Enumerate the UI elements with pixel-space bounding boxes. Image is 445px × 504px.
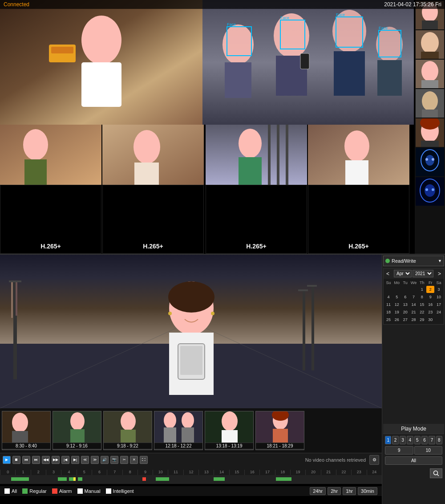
year-select[interactable]: 2021 — [413, 270, 433, 277]
camera-6-feed[interactable] — [308, 125, 409, 185]
camera-5-feed[interactable] — [206, 125, 307, 185]
playback-thumb-5[interactable]: 13:18 - 13:19 — [205, 411, 254, 450]
audio-button[interactable]: 🔊 — [101, 456, 109, 464]
camera-1-feed[interactable] — [0, 0, 202, 125]
playback-thumb-6[interactable]: 18:21 - 18:29 — [255, 411, 304, 450]
cal-day-22[interactable]: 22 — [418, 309, 426, 316]
fast-forward-button[interactable]: ▶▶ — [52, 456, 60, 464]
all-checkbox[interactable] — [4, 488, 10, 494]
cal-day-16[interactable]: 16 — [426, 301, 434, 308]
face-thumb-3[interactable] — [416, 60, 444, 88]
calendar-grid: Su Mo Tu We Th Fr Sa 1 2 3 — [384, 279, 444, 324]
play-mode-btn-9[interactable]: 9 — [385, 446, 413, 455]
play-mode-btn-8[interactable]: 8 — [436, 436, 442, 444]
cal-day-8[interactable]: 8 — [418, 293, 426, 301]
legend-all[interactable]: All — [4, 488, 17, 494]
face-thumb-2[interactable] — [416, 30, 444, 59]
cal-day-9[interactable]: 9 — [426, 293, 434, 301]
play-mode-btn-7[interactable]: 7 — [429, 436, 435, 444]
calendar-prev-button[interactable]: < — [385, 271, 390, 277]
legend-manual[interactable]: Manual — [77, 488, 101, 494]
face-thumb-4[interactable] — [416, 89, 444, 118]
cal-day-14[interactable]: 14 — [410, 301, 418, 308]
cal-day-30[interactable]: 30 — [426, 316, 434, 323]
legend-regular[interactable]: Regular — [22, 488, 47, 494]
rewind-button[interactable]: ◀◀ — [42, 456, 50, 464]
play-mode-btn-1[interactable]: 1 — [385, 436, 391, 444]
camera-4-feed[interactable] — [102, 125, 204, 185]
slow-button[interactable]: ≪ — [81, 456, 89, 464]
readwrite-dropdown[interactable]: Read/Write ▼ — [383, 256, 444, 266]
cal-day-23[interactable]: 23 — [426, 309, 434, 316]
calendar-next-button[interactable]: > — [437, 271, 442, 277]
intelligent-checkbox[interactable] — [106, 488, 111, 494]
cal-day-1[interactable]: 1 — [418, 286, 426, 293]
next-frame-button[interactable]: ⏭ — [32, 456, 40, 464]
play-mode-btn-2[interactable]: 2 — [392, 436, 398, 444]
cal-day-17[interactable]: 17 — [435, 301, 443, 308]
cal-day-26[interactable]: 26 — [393, 316, 401, 323]
play-mode-btn-10[interactable]: 10 — [414, 446, 443, 455]
cal-day-5[interactable]: 5 — [393, 293, 401, 301]
manual-checkbox[interactable] — [77, 488, 83, 494]
duration-2hr-button[interactable]: 2hr — [328, 487, 341, 495]
legend-alarm[interactable]: Alarm — [52, 488, 72, 494]
cal-day-18[interactable]: 18 — [384, 309, 392, 316]
cal-day-4[interactable]: 4 — [384, 293, 392, 301]
cal-day-6[interactable]: 6 — [401, 293, 409, 301]
cal-day-7[interactable]: 7 — [410, 293, 418, 301]
duration-30min-button[interactable]: 30min — [358, 487, 377, 495]
clip-button[interactable]: ✂ — [120, 456, 128, 464]
stop-button[interactable]: ⏹ — [12, 456, 20, 464]
cal-day-27[interactable]: 27 — [401, 316, 409, 323]
camera-2-feed-face-detection[interactable]: Face Face Face Face — [202, 0, 414, 125]
cal-day-10[interactable]: 10 — [435, 293, 443, 301]
playback-thumb-1[interactable]: 8:30 - 8:40 — [2, 411, 51, 450]
play-mode-row2: 9 10 — [383, 446, 444, 456]
cal-day-13[interactable]: 13 — [401, 301, 409, 308]
cal-day-3[interactable]: 3 — [435, 286, 443, 293]
regular-checkbox[interactable] — [22, 488, 28, 494]
face-thumb-ir-2[interactable] — [416, 177, 444, 206]
legend-intelligent[interactable]: Intelligent — [106, 488, 134, 494]
cal-day-11[interactable]: 11 — [384, 301, 392, 308]
play-mode-btn-6[interactable]: 6 — [421, 436, 428, 444]
cal-day-21[interactable]: 21 — [410, 309, 418, 316]
timeline-bar[interactable] — [0, 475, 382, 484]
play-mode-btn-4[interactable]: 4 — [407, 436, 413, 444]
cal-day-20[interactable]: 20 — [401, 309, 409, 316]
prev-clip-button[interactable]: |◀ — [61, 456, 69, 464]
fast-button[interactable]: ≫ — [91, 456, 99, 464]
cal-day-29[interactable]: 29 — [418, 316, 426, 323]
screenshot-button[interactable]: 📷 — [110, 456, 118, 464]
search-button[interactable] — [430, 468, 442, 478]
play-mode-btn-3[interactable]: 3 — [400, 436, 406, 444]
cal-day-12[interactable]: 12 — [393, 301, 401, 308]
camera-3-feed[interactable] — [0, 125, 101, 185]
cal-day-28[interactable]: 28 — [410, 316, 418, 323]
cal-day-24[interactable]: 24 — [435, 309, 443, 316]
playback-thumb-4[interactable]: 12:18 - 12:22 — [154, 411, 203, 450]
next-clip-button[interactable]: ▶| — [71, 456, 79, 464]
close-button[interactable]: ✕ — [130, 456, 138, 464]
month-select[interactable]: Apr — [394, 270, 412, 277]
cal-day-19[interactable]: 19 — [393, 309, 401, 316]
prev-frame-button[interactable]: ⏮ — [22, 456, 30, 464]
alarm-label: Alarm — [59, 488, 72, 494]
play-mode-btn-all[interactable]: All — [385, 456, 442, 465]
playback-video-main[interactable] — [0, 255, 382, 408]
cal-day-2[interactable]: 2 — [426, 286, 434, 293]
face-thumb-ir-1[interactable] — [416, 148, 444, 176]
face-thumb-5[interactable] — [416, 118, 444, 147]
play-button[interactable]: ▶ — [3, 456, 11, 464]
duration-24hr-button[interactable]: 24hr — [310, 487, 326, 495]
duration-1hr-button[interactable]: 1hr — [343, 487, 356, 495]
cal-day-25[interactable]: 25 — [384, 316, 392, 323]
play-mode-btn-5[interactable]: 5 — [414, 436, 421, 444]
settings-button[interactable]: ⚙ — [369, 455, 379, 465]
fullscreen-button[interactable]: ⛶ — [140, 456, 148, 464]
playback-thumb-3[interactable]: 9:18 - 9:22 — [103, 411, 152, 450]
alarm-checkbox[interactable] — [52, 488, 57, 494]
cal-day-15[interactable]: 15 — [418, 301, 426, 308]
playback-thumb-2[interactable]: 9:12 - 9:16 — [53, 411, 101, 450]
